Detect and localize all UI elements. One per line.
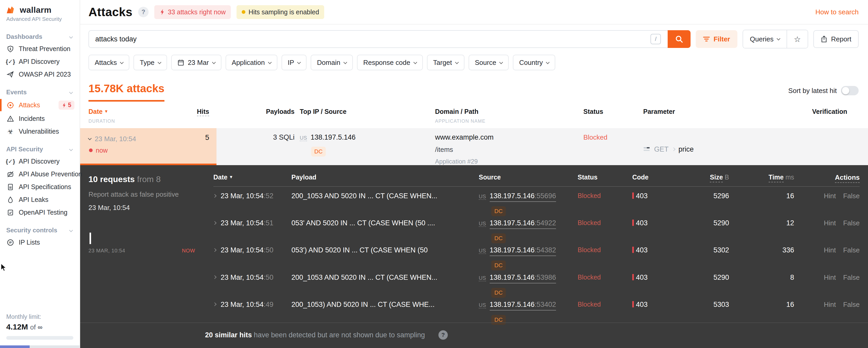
sidebar-item-vulnerabilities[interactable]: ☣ Vulnerabilities [0, 125, 80, 138]
search-button[interactable] [668, 30, 690, 48]
code-bar-icon [632, 301, 634, 307]
export-icon [820, 35, 828, 43]
sidebar-item-api-abuse-prevention[interactable]: API Abuse Prevention [0, 168, 80, 180]
calendar-icon [178, 59, 184, 66]
hit-code: 403 [632, 300, 680, 309]
attack-ip[interactable]: 138.197.5.146 [311, 133, 356, 141]
sidebar-item-attacks[interactable]: Attacks 5 [0, 98, 80, 112]
datacenter-badge[interactable]: DC [311, 147, 326, 156]
main-content: Attacks ? 33 attacks right now Hits samp… [80, 0, 868, 348]
sidebar-item-api-leaks[interactable]: API Leaks [0, 193, 80, 206]
queries-button[interactable]: Queries [743, 30, 786, 48]
favorite-button[interactable]: ☆ [786, 30, 808, 48]
column-header-hits[interactable]: Hits [197, 108, 209, 124]
hint-action[interactable]: Hint [824, 273, 836, 281]
sidebar-item-api-discovery-2[interactable]: {✓} API Discovery [0, 155, 80, 168]
shield-bolt-icon [6, 45, 14, 53]
monthly-limit-value: 4.12M of ∞ [6, 322, 73, 331]
column-header-top-ip: Top IP / Source [294, 108, 435, 124]
filter-chip-application[interactable]: Application [225, 55, 277, 70]
how-to-search-link[interactable]: How to search [815, 8, 859, 16]
filter-chip-target[interactable]: Target [427, 55, 464, 70]
filter-button[interactable]: Filter [696, 30, 737, 48]
false-action[interactable]: False [843, 246, 860, 254]
svg-text:IP: IP [9, 241, 12, 244]
droplet-icon [6, 196, 14, 203]
false-action[interactable]: False [843, 273, 860, 281]
code-bar-icon [632, 274, 634, 280]
hit-row[interactable]: 23 Mar, 10:54:50 053') AND 5020 IN ... C… [213, 241, 860, 268]
filter-chip-type[interactable]: Type [133, 55, 167, 70]
sidebar-section-api-security[interactable]: API Security [0, 142, 80, 155]
chevron-down-icon [499, 60, 503, 64]
filter-chip-date[interactable]: 23 Mar [171, 55, 221, 70]
filter-chip-attacks[interactable]: Attacks [89, 55, 129, 70]
similar-hits-note: 20 similar hits have been detected but a… [205, 331, 425, 339]
filter-chip-country[interactable]: Country [513, 55, 555, 70]
search-input[interactable] [89, 31, 650, 48]
hit-size: 5303 [680, 300, 732, 309]
false-action[interactable]: False [843, 219, 860, 227]
sidebar-item-openapi-testing[interactable]: OpenAPI Testing [0, 206, 80, 219]
search-icon [675, 35, 683, 43]
filter-chip-response-code[interactable]: Response code [357, 55, 423, 70]
attack-count-heading: 15.78K attacks [89, 82, 164, 102]
attacks-right-now-badge[interactable]: 33 attacks right now [154, 5, 231, 19]
monthly-limit-label: Monthly limit: [6, 313, 73, 320]
report-button[interactable]: Report [813, 30, 859, 48]
sidebar-item-ip-lists[interactable]: IP IP Lists [0, 236, 80, 249]
help-icon[interactable]: ? [438, 330, 448, 340]
hit-payload: 200_1053 AND 5020 IN ... CT (CASE WHEN..… [291, 192, 479, 200]
sidebar-item-api-discovery[interactable]: {✓} API Discovery [0, 55, 80, 68]
infinity-icon: ∞ [38, 323, 43, 331]
sidebar-item-incidents[interactable]: Incidents [0, 112, 80, 125]
hit-status: Blocked [578, 246, 632, 254]
hit-row[interactable]: 23 Mar, 10:54:51 053' AND 5020 IN ... CT… [213, 214, 860, 241]
false-action[interactable]: False [843, 192, 860, 200]
hit-status: Blocked [578, 300, 632, 308]
hit-source: US138.197.5.146:54382 DC [479, 246, 578, 270]
hits-column-date[interactable]: Date▼ [213, 173, 291, 181]
chevron-right-icon [213, 248, 216, 252]
monthly-limit-progressbar [6, 336, 73, 340]
hint-action[interactable]: Hint [824, 219, 836, 227]
chevron-down-icon [158, 60, 161, 64]
summary-row: 15.78K attacks Sort by latest hit [80, 76, 868, 102]
attack-row-expanded[interactable]: 23 Mar, 10:54 now 5 3 SQLi US138.197.5.1… [80, 128, 868, 165]
brand-logo[interactable]: wallarm [0, 0, 80, 15]
hit-time: 8 [732, 273, 797, 282]
filter-chip-domain[interactable]: Domain [311, 55, 353, 70]
brand-subtitle: Advanced API Security [0, 15, 80, 25]
hit-source: US138.197.5.146:55696 DC [479, 192, 578, 216]
filter-chip-source[interactable]: Source [469, 55, 509, 70]
hint-action[interactable]: Hint [824, 300, 836, 309]
filter-chip-ip[interactable]: IP [282, 55, 307, 70]
hint-action[interactable]: Hint [824, 246, 836, 254]
sidebar-item-threat-prevention[interactable]: Threat Prevention [0, 42, 80, 55]
chevron-right-icon [213, 302, 216, 306]
help-icon[interactable]: ? [138, 7, 149, 17]
chevron-down-icon [546, 60, 550, 64]
hint-action[interactable]: Hint [824, 192, 836, 200]
column-header-parameter: Parameter [643, 108, 771, 124]
false-action[interactable]: False [843, 300, 860, 309]
column-header-status: Status [583, 108, 643, 124]
column-header-date[interactable]: Date▼ [89, 108, 115, 115]
chevron-down-icon [212, 60, 215, 64]
detail-timeline: 23 MAR, 10:54 NOW [89, 233, 195, 254]
country-code: US [300, 135, 307, 141]
report-false-positive-link[interactable]: Report attack as false positive [89, 191, 213, 199]
hit-row[interactable]: 23 Mar, 10:54:52 200_1053 AND 5020 IN ..… [213, 187, 860, 214]
sidebar-item-owasp-api-2023[interactable]: OWASP API 2023 [0, 68, 80, 81]
sidebar-item-api-specifications[interactable]: API Specifications [0, 180, 80, 193]
sidebar-section-security-controls[interactable]: Security controls [0, 223, 80, 236]
sort-toggle[interactable] [841, 86, 859, 95]
hit-row[interactable]: 23 Mar, 10:54:49 200_1053) AND 5020 IN .… [213, 295, 860, 322]
sidebar-section-events[interactable]: Events [0, 85, 80, 98]
hit-time: 12 [732, 219, 797, 227]
sampling-footer: 20 similar hits have been detected but a… [80, 322, 868, 348]
attack-row-date-cell[interactable]: 23 Mar, 10:54 now 5 [80, 128, 216, 165]
hit-row[interactable]: 23 Mar, 10:54:50 200_1053 AND 5020 IN ..… [213, 268, 860, 295]
page-title: Attacks [89, 5, 132, 19]
sidebar-section-dashboards[interactable]: Dashboards [0, 29, 80, 42]
